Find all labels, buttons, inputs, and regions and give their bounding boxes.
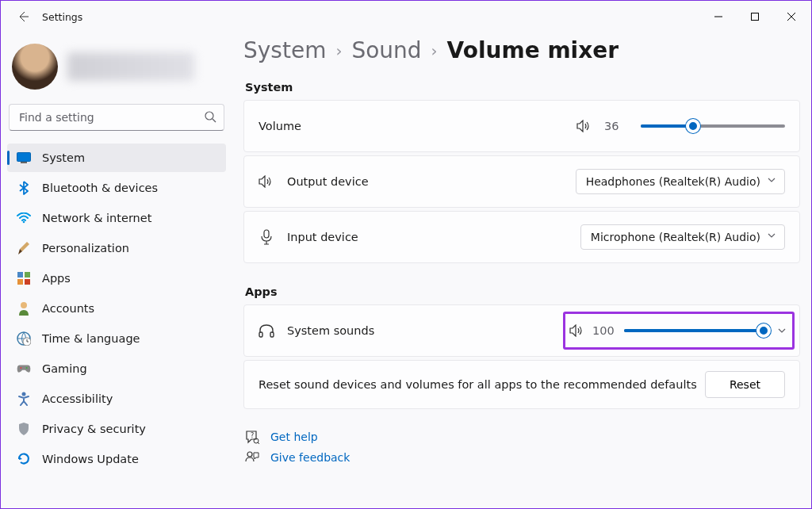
output-device-select[interactable]: Headphones (Realtek(R) Audio) [576,169,785,194]
sidebar-label: Gaming [42,362,87,375]
volume-slider[interactable] [641,119,785,133]
chevron-right-icon: › [431,41,438,60]
search-icon [204,110,216,123]
sidebar-label: Windows Update [42,453,139,465]
svg-point-9 [21,302,27,308]
accessibility-icon [17,392,31,406]
sidebar-label: Time & language [42,332,140,345]
output-device-label: Output device [287,175,369,188]
chevron-down-icon [767,175,776,185]
sidebar-label: System [42,151,85,164]
svg-rect-8 [25,279,30,285]
give-feedback-link[interactable]: Give feedback [245,450,800,465]
system-sounds-label: System sounds [287,324,374,337]
input-device-row: Input device Microphone (Realtek(R) Audi… [244,212,799,262]
sidebar-item-privacy[interactable]: Privacy & security [7,415,226,443]
speaker-icon[interactable] [576,120,592,132]
chevron-right-icon: › [335,41,342,60]
close-button[interactable] [773,4,810,29]
sidebar-label: Accounts [42,302,94,315]
sidebar-label: Network & internet [42,212,151,224]
svg-rect-17 [270,332,274,337]
chevron-down-icon [767,231,776,240]
sidebar-label: Bluetooth & devices [42,182,158,194]
sidebar-item-bluetooth[interactable]: Bluetooth & devices [7,174,226,202]
help-icon: ? [245,430,259,444]
user-name-blurred [67,52,194,81]
gamepad-icon [17,362,31,376]
get-help-link[interactable]: ? Get help [245,430,800,444]
svg-rect-3 [21,162,27,163]
user-profile[interactable] [7,39,226,102]
svg-rect-7 [17,279,23,285]
sidebar-label: Accessibility [42,392,113,405]
svg-point-20 [247,452,252,457]
sidebar-item-network[interactable]: Network & internet [7,204,226,232]
svg-point-12 [20,367,21,369]
svg-point-13 [26,367,28,369]
sidebar-label: Apps [42,272,71,285]
svg-point-4 [23,221,25,224]
section-header-system: System [245,81,800,94]
breadcrumb: System › Sound › Volume mixer [243,37,800,63]
search-input[interactable] [9,104,224,131]
sidebar-item-accounts[interactable]: Accounts [7,294,226,323]
headphones-icon [259,323,274,338]
svg-rect-0 [752,13,759,21]
sidebar-label: Personalization [42,242,129,254]
volume-label: Volume [259,120,301,132]
sidebar-label: Privacy & security [42,423,146,435]
sidebar-item-apps[interactable]: Apps [7,264,226,293]
system-sounds-row[interactable]: System sounds 100 [244,305,799,356]
breadcrumb-sound[interactable]: Sound [351,37,421,63]
shield-icon [17,422,31,436]
svg-rect-6 [25,272,30,277]
svg-rect-5 [17,272,23,277]
reset-description: Reset sound devices and volumes for all … [259,378,697,391]
svg-point-1 [205,112,213,120]
reset-row: Reset sound devices and volumes for all … [244,361,799,408]
svg-rect-15 [264,230,269,238]
window-title: Settings [42,11,82,23]
input-device-label: Input device [287,231,358,243]
section-header-apps: Apps [245,285,800,298]
brush-icon [17,241,31,255]
maximize-button[interactable] [737,4,773,29]
output-device-row: Output device Headphones (Realtek(R) Aud… [244,156,799,207]
globe-clock-icon [17,331,31,346]
svg-text:?: ? [251,432,254,439]
minimize-button[interactable] [700,4,737,29]
update-icon [17,452,31,466]
sidebar-item-accessibility[interactable]: Accessibility [7,385,226,413]
breadcrumb-system[interactable]: System [243,37,326,63]
system-sounds-slider[interactable] [624,323,764,338]
breadcrumb-current: Volume mixer [447,37,619,63]
chevron-down-icon[interactable] [776,325,787,336]
svg-rect-2 [17,153,31,162]
wifi-icon [17,211,31,225]
speaker-icon[interactable] [569,324,584,337]
microphone-icon [259,229,274,245]
sidebar-item-personalization[interactable]: Personalization [7,234,226,262]
svg-point-14 [22,392,26,396]
speaker-out-icon [259,175,274,188]
sidebar-item-system[interactable]: System [7,144,226,172]
feedback-icon [245,450,259,465]
volume-row: Volume 36 [244,101,799,151]
reset-button[interactable]: Reset [705,371,785,398]
sidebar-item-gaming[interactable]: Gaming [7,354,226,383]
bluetooth-icon [17,181,31,195]
apps-icon [17,271,31,285]
person-icon [17,301,31,316]
volume-value: 36 [604,120,628,132]
system-icon [17,151,31,165]
sidebar-item-time-language[interactable]: Time & language [7,324,226,353]
svg-rect-16 [259,332,262,337]
highlighted-slider-area: 100 [563,312,795,350]
system-sounds-value: 100 [592,324,616,337]
avatar [12,44,58,90]
input-device-select[interactable]: Microphone (Realtek(R) Audio) [580,224,785,250]
back-button[interactable] [10,4,36,29]
sidebar-item-windows-update[interactable]: Windows Update [7,445,226,473]
